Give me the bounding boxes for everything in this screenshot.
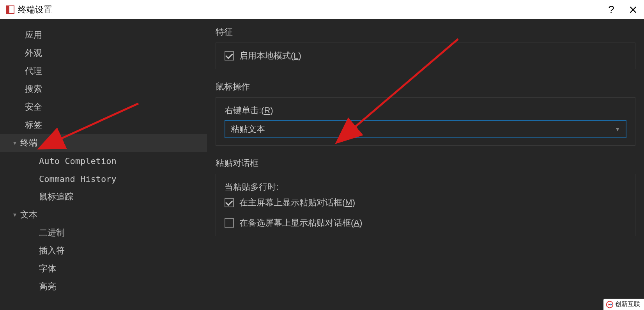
chevron-down-icon: ▼ xyxy=(9,212,20,218)
sidebar-item-label: 插入符 xyxy=(39,245,65,257)
sidebar-item-label: 应用 xyxy=(25,29,42,41)
paste-alt-checkbox[interactable] xyxy=(225,218,234,228)
sidebar-item-label: 搜索 xyxy=(25,83,42,95)
sidebar-item-label: 外观 xyxy=(25,47,42,59)
sidebar-item-label: 二进制 xyxy=(39,227,65,239)
section-feature-label: 特征 xyxy=(216,26,635,38)
right-click-value: 粘贴文本 xyxy=(231,123,265,135)
sidebar-item-label: 安全 xyxy=(25,101,42,113)
main-area: 应用 外观 代理 搜索 安全 标签 ▼ 终端 Auto Completion C… xyxy=(0,19,644,310)
sidebar-item-binary[interactable]: 二进制 xyxy=(0,224,207,242)
sidebar-item-app[interactable]: 应用 xyxy=(0,26,207,44)
sidebar-item-font[interactable]: 字体 xyxy=(0,260,207,278)
section-mouse-label: 鼠标操作 xyxy=(216,81,635,93)
sidebar-item-label: Auto Completion xyxy=(39,156,117,166)
sidebar-item-mousetracking[interactable]: 鼠标追踪 xyxy=(0,188,207,206)
sidebar-item-label: 标签 xyxy=(25,119,42,131)
watermark-text: 创新互联 xyxy=(615,300,640,308)
sidebar-item-autocompletion[interactable]: Auto Completion xyxy=(0,152,207,170)
right-click-select[interactable]: 粘贴文本 ▼ xyxy=(225,120,626,138)
sidebar-item-highlight[interactable]: 高亮 xyxy=(0,278,207,296)
window-title: 终端设置 xyxy=(18,4,52,16)
watermark-badge: 创新互联 xyxy=(603,299,644,310)
sidebar-item-label: 代理 xyxy=(25,65,42,77)
paste-alt-label: 在备选屏幕上显示粘贴对话框(A) xyxy=(239,217,362,229)
sidebar-item-caret[interactable]: 插入符 xyxy=(0,242,207,260)
watermark-icon xyxy=(606,301,614,308)
sidebar: 应用 外观 代理 搜索 安全 标签 ▼ 终端 Auto Completion C… xyxy=(0,19,207,310)
chevron-down-icon: ▼ xyxy=(615,126,620,132)
enable-local-mode-checkbox[interactable] xyxy=(225,51,234,61)
mouse-group: 右键单击:(R) 粘贴文本 ▼ xyxy=(216,97,635,146)
titlebar: 终端设置 ? xyxy=(0,0,644,19)
close-button[interactable] xyxy=(622,0,644,19)
sidebar-item-label: 字体 xyxy=(39,263,56,274)
sidebar-item-tabs[interactable]: 标签 xyxy=(0,116,207,134)
chevron-down-icon: ▼ xyxy=(9,140,20,146)
sidebar-item-proxy[interactable]: 代理 xyxy=(0,62,207,80)
feature-group: 启用本地模式(L) xyxy=(216,43,635,69)
sidebar-item-appearance[interactable]: 外观 xyxy=(0,44,207,62)
app-icon xyxy=(5,5,15,14)
svg-rect-1 xyxy=(6,6,9,14)
sidebar-item-commandhistory[interactable]: Command History xyxy=(0,170,207,188)
sidebar-item-label: Command History xyxy=(39,174,117,184)
sidebar-item-label: 鼠标追踪 xyxy=(39,191,73,203)
sidebar-item-terminal[interactable]: ▼ 终端 xyxy=(0,134,207,152)
content-panel: 特征 启用本地模式(L) 鼠标操作 右键单击:(R) 粘贴文本 ▼ 粘贴对话框 … xyxy=(207,19,644,310)
sidebar-item-text[interactable]: ▼ 文本 xyxy=(0,206,207,224)
paste-group: 当粘贴多行时: 在主屏幕上显示粘贴对话框(M) 在备选屏幕上显示粘贴对话框(A) xyxy=(216,174,635,236)
paste-main-label: 在主屏幕上显示粘贴对话框(M) xyxy=(239,197,355,208)
paste-main-checkbox[interactable] xyxy=(225,198,234,207)
sidebar-item-label: 文本 xyxy=(20,209,37,221)
paste-multi-label: 当粘贴多行时: xyxy=(225,181,626,193)
section-paste-label: 粘贴对话框 xyxy=(216,157,635,169)
sidebar-item-label: 终端 xyxy=(20,137,37,149)
help-button[interactable]: ? xyxy=(600,0,622,19)
sidebar-item-label: 高亮 xyxy=(39,281,56,292)
right-click-label: 右键单击:(R) xyxy=(225,105,626,116)
sidebar-item-security[interactable]: 安全 xyxy=(0,98,207,116)
sidebar-item-search[interactable]: 搜索 xyxy=(0,80,207,98)
enable-local-mode-label: 启用本地模式(L) xyxy=(239,50,301,62)
